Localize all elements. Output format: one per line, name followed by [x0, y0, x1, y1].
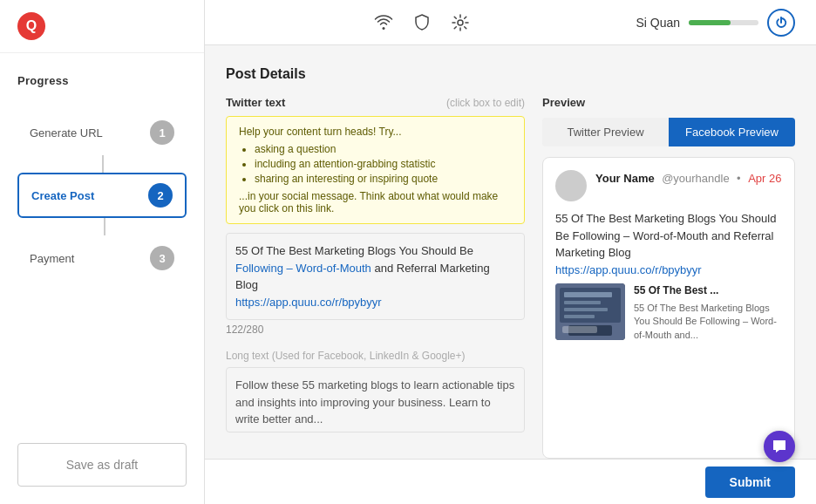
step-label-payment: Payment [30, 252, 74, 265]
preview-tweet-link: https://app.quuu.co/r/bpybyyr [555, 263, 702, 276]
tweet-textarea-wrap: 55 Of The Best Marketing Blogs You Shoul… [226, 233, 525, 320]
wifi-icon[interactable] [373, 12, 394, 33]
step-generate-url[interactable]: Generate URL 1 [17, 112, 187, 153]
hint-intro: Help your content turn heads! Try... [239, 126, 512, 138]
svg-rect-3 [564, 292, 612, 297]
tab-twitter-preview[interactable]: Twitter Preview [542, 118, 669, 146]
long-textarea-wrap: Follow these 55 marketing blogs to learn… [226, 367, 525, 432]
hint-item-3: sharing an interesting or inspiring quot… [255, 173, 512, 185]
section-header: Twitter text (click box to edit) [226, 96, 525, 109]
preview-label: Preview [542, 96, 795, 109]
twitter-section: Twitter text (click box to edit) Help yo… [226, 96, 525, 336]
preview-meta: 55 Of The Best ... 55 Of The Best Market… [634, 283, 782, 342]
chat-bubble-icon[interactable] [764, 431, 795, 462]
hint-item-2: including an attention-grabbing statisti… [255, 158, 512, 170]
step-label: Generate URL [30, 126, 103, 140]
long-textarea[interactable]: Follow these 55 marketing blogs to learn… [226, 367, 525, 432]
user-name: Si Quan [636, 16, 680, 30]
step-badge-1: 1 [150, 120, 174, 145]
long-text-section: Long text (Used for Facebook, LinkedIn &… [226, 350, 525, 432]
preview-tweet-body: 55 Of The Best Marketing Blogs You Shoul… [555, 210, 782, 278]
step-create-post[interactable]: Create Post 2 [17, 173, 187, 218]
sidebar: Q Progress Generate URL 1 Create Post 2 [0, 0, 205, 504]
svg-rect-6 [564, 315, 595, 318]
preview-user-name: Your Name [595, 172, 655, 185]
power-icon[interactable] [767, 9, 795, 37]
progress-title: Progress [17, 74, 187, 87]
hint-item-1: asking a question [255, 143, 512, 155]
logo-icon: Q [17, 12, 45, 40]
preview-handle: @yourhandle [662, 172, 730, 185]
main-content: Si Quan Post Details Twitter text [205, 0, 816, 504]
tweet-textarea[interactable]: 55 Of The Best Marketing Blogs You Shoul… [226, 233, 525, 320]
step-badge-2: 2 [148, 183, 173, 208]
preview-tabs: Twitter Preview Facebook Preview [542, 118, 795, 146]
preview-user-info: Your Name @yourhandle • Apr 26 [595, 170, 781, 186]
preview-date: Apr 26 [748, 172, 781, 185]
post-area: Post Details Twitter text (click box to … [205, 45, 816, 459]
preview-meta-title: 55 Of The Best ... [634, 283, 782, 298]
sidebar-logo: Q [0, 0, 204, 53]
preview-image-row: 55 Of The Best ... 55 Of The Best Market… [555, 283, 782, 342]
svg-rect-5 [564, 308, 608, 311]
nav-icons [226, 12, 618, 33]
preview-meta-desc: 55 Of The Best Marketing Blogs You Shoul… [634, 302, 782, 342]
save-draft-button[interactable]: Save as draft [17, 443, 187, 487]
preview-thumbnail [555, 283, 625, 340]
svg-point-0 [458, 20, 463, 25]
long-text-label: Long text (Used for Facebook, LinkedIn &… [226, 350, 525, 362]
svg-rect-7 [568, 325, 612, 336]
hint-outro: ...in your social message. Think about w… [239, 190, 512, 215]
shield-icon[interactable] [411, 12, 432, 33]
step-badge-3: 3 [150, 246, 174, 270]
preview-column: Preview Twitter Preview Facebook Preview [542, 96, 795, 459]
preview-card: Your Name @yourhandle • Apr 26 55 Of The… [542, 157, 795, 459]
post-title: Post Details [226, 66, 795, 82]
svg-rect-4 [564, 301, 601, 304]
user-progress-bar [689, 20, 758, 25]
avatar [555, 170, 587, 201]
progress-section: Progress Generate URL 1 Create Post 2 [0, 53, 204, 300]
char-count: 122/280 [226, 324, 525, 336]
top-nav: Si Quan [205, 0, 816, 45]
step-payment[interactable]: Payment 3 [17, 237, 187, 279]
hint-box: Help your content turn heads! Try... ask… [226, 116, 525, 224]
left-column: Twitter text (click box to edit) Help yo… [226, 96, 525, 459]
click-hint: (click box to edit) [446, 97, 525, 109]
twitter-section-label: Twitter text [226, 96, 285, 109]
user-area: Si Quan [636, 9, 795, 37]
submit-button[interactable]: Submit [705, 467, 795, 498]
post-columns: Twitter text (click box to edit) Help yo… [226, 96, 795, 459]
hint-list: asking a question including an attention… [255, 143, 512, 185]
step-label-active: Create Post [31, 189, 94, 202]
bottom-bar: Submit [205, 459, 816, 504]
progress-bar-fill [689, 20, 731, 25]
settings-icon[interactable] [450, 12, 471, 33]
preview-header: Your Name @yourhandle • Apr 26 [555, 170, 782, 201]
tab-facebook-preview[interactable]: Facebook Preview [669, 118, 795, 146]
